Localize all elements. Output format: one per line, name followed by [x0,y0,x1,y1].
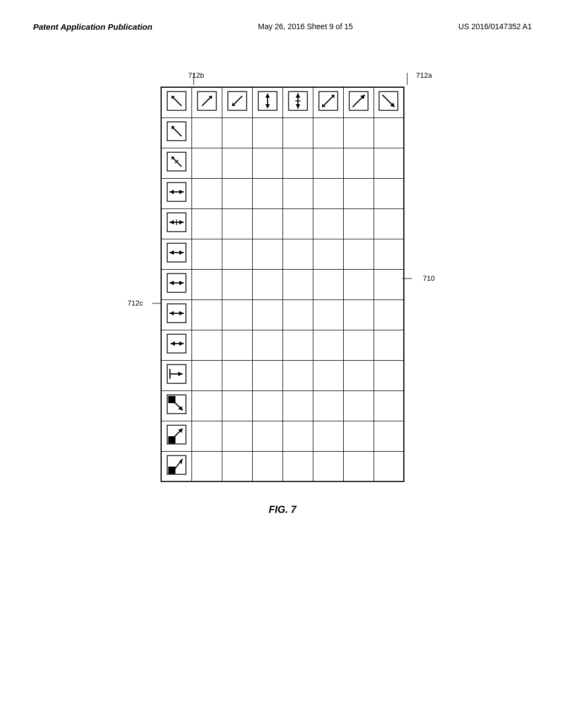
empty-cell [374,451,404,481]
svg-marker-46 [169,220,174,224]
table-row [161,148,404,178]
empty-cell [222,239,252,269]
svg-marker-67 [178,372,183,376]
empty-cell [252,208,282,239]
empty-cell [282,148,313,178]
empty-cell [374,178,404,208]
empty-cell [222,421,252,451]
empty-cell [222,390,252,421]
leader-712a [402,73,413,87]
empty-cell [282,239,313,269]
icon-cell-r3c1 [161,148,191,178]
icon-cell-r1c1 [161,87,191,117]
figure-label: FIG. 7 [0,504,565,516]
svg-marker-55 [169,281,174,285]
empty-cell [282,117,313,148]
empty-cell [282,208,313,239]
empty-cell [374,208,404,239]
empty-cell [252,269,282,299]
arrow-icon-lr2 [166,212,187,233]
arrow-icon-nw-se [166,90,187,111]
empty-cell [343,117,374,148]
table-row [161,390,404,421]
empty-cell [222,451,252,481]
empty-cell [222,269,252,299]
empty-cell [343,269,374,299]
icon-cell-r9c1 [161,330,191,360]
label-710: 710 [423,274,435,282]
icon-cell-r1c3 [222,87,252,117]
leader-712b [194,73,205,87]
icon-cell-r1c4 [252,87,282,117]
empty-cell [222,178,252,208]
empty-cell [343,451,374,481]
table-row [161,208,404,239]
empty-cell [252,330,282,360]
empty-cell [343,390,374,421]
table-row [161,239,404,269]
empty-cell [374,148,404,178]
empty-cell [191,239,222,269]
table-row [161,330,404,360]
empty-cell [282,299,313,330]
empty-cell [191,390,222,421]
arrow-icon-lr6 [166,333,187,354]
sheet-info: May 26, 2016 Sheet 9 of 15 [258,22,353,31]
label-712a: 712a [416,71,432,79]
svg-marker-15 [265,93,270,98]
arrow-icon-sw-filled [166,424,187,445]
empty-cell [222,208,252,239]
empty-cell [374,360,404,390]
table-row [161,269,404,299]
empty-cell [313,330,343,360]
table-row [161,117,404,148]
diagram-container: 712b 712a 712c 710 [161,87,404,482]
empty-cell [222,299,252,330]
empty-cell [282,178,313,208]
empty-cell [374,239,404,269]
main-content: 712b 712a 712c 710 [0,42,565,482]
empty-cell [191,208,222,239]
empty-cell [222,148,252,178]
empty-cell [252,148,282,178]
empty-cell [313,117,343,148]
table-row [161,421,404,451]
empty-cell [313,299,343,330]
table-row [161,299,404,330]
arrow-icon-ne [196,90,217,111]
svg-marker-51 [169,250,174,255]
svg-marker-20 [296,104,300,109]
arrow-icon-ne-sw [318,90,339,111]
empty-cell [313,239,343,269]
empty-cell [282,330,313,360]
label-712c: 712c [127,299,143,307]
empty-cell [191,330,222,360]
empty-cell [374,117,404,148]
svg-marker-54 [179,281,184,285]
empty-cell [374,330,404,360]
arrow-icon-se-filled [166,394,187,415]
svg-marker-16 [265,104,270,109]
empty-cell [191,178,222,208]
svg-marker-59 [169,311,174,315]
empty-cell [313,178,343,208]
empty-cell [222,360,252,390]
empty-cell [343,421,374,451]
arrow-icon-nw-tick [166,151,187,172]
icon-cell-r6c1 [161,239,191,269]
arrow-icon-lr [166,181,187,202]
empty-cell [252,299,282,330]
empty-cell [252,451,282,481]
svg-line-23 [322,95,334,107]
svg-marker-42 [169,190,174,194]
icon-cell-r1c6 [313,87,343,117]
page-header: Patent Application Publication May 26, 2… [0,0,565,42]
publication-title: Patent Application Publication [33,22,152,31]
icon-cell-r1c7 [343,87,374,117]
svg-marker-63 [170,341,175,346]
icon-cell-r10c1 [161,360,191,390]
empty-cell [343,239,374,269]
empty-cell [252,421,282,451]
icon-cell-r4c1 [161,178,191,208]
empty-cell [252,178,282,208]
